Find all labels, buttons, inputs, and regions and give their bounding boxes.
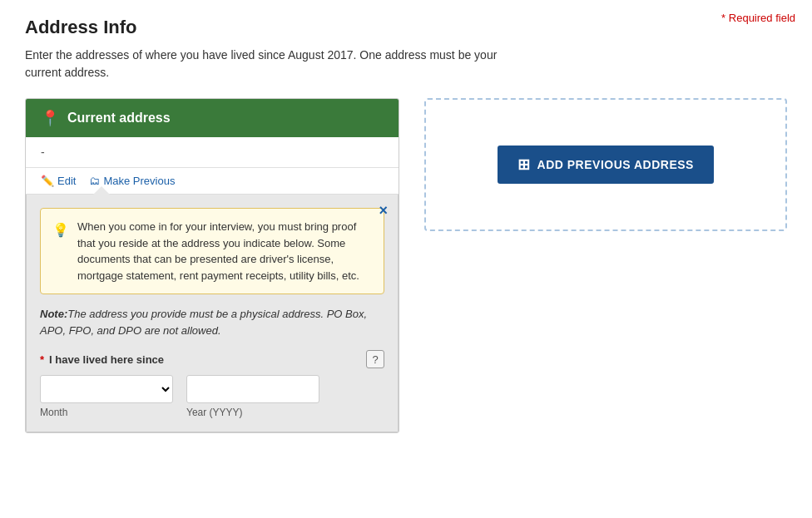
- required-star: *: [40, 353, 44, 366]
- edit-link[interactable]: ✏️ Edit: [41, 175, 76, 187]
- help-button[interactable]: ?: [366, 350, 384, 368]
- month-label: Month: [40, 407, 173, 418]
- dropdown-panel: × 💡 When you come in for your interview,…: [26, 195, 399, 432]
- edit-icon: ✏️: [41, 175, 54, 187]
- lived-since-section: *I have lived here since ? January Febru…: [40, 350, 384, 418]
- year-input[interactable]: [186, 375, 319, 403]
- make-previous-icon: 🗂: [89, 175, 100, 187]
- plus-icon: ⊞: [517, 155, 531, 174]
- make-previous-link[interactable]: 🗂 Make Previous: [89, 175, 175, 187]
- page-title: Address Info: [25, 17, 787, 38]
- bulb-icon: 💡: [52, 220, 69, 284]
- year-field: Year (YYYY): [186, 375, 319, 418]
- note-text: Note:The address you provide must be a p…: [40, 306, 384, 338]
- left-panel: 📍 Current address - ✏️ Edit: [25, 98, 399, 433]
- add-previous-address-button[interactable]: ⊞ ADD PREVIOUS ADDRESS: [498, 146, 714, 184]
- required-field-note: * Required field: [721, 12, 795, 24]
- date-fields: January February March April May June Ju…: [40, 375, 384, 418]
- add-previous-label: ADD PREVIOUS ADDRESS: [537, 158, 694, 171]
- current-address-header: 📍 Current address: [26, 99, 399, 137]
- address-card: 📍 Current address - ✏️ Edit: [25, 98, 399, 433]
- location-icon: 📍: [41, 109, 59, 127]
- page-description: Enter the addresses of where you have li…: [25, 47, 524, 81]
- info-box: 💡 When you come in for your interview, y…: [40, 208, 384, 294]
- current-address-label: Current address: [67, 111, 171, 126]
- info-box-text: When you come in for your interview, you…: [77, 219, 372, 284]
- right-panel: ⊞ ADD PREVIOUS ADDRESS: [424, 98, 787, 231]
- close-button[interactable]: ×: [379, 203, 388, 218]
- address-value: -: [26, 137, 399, 168]
- month-field: January February March April May June Ju…: [40, 375, 173, 418]
- dropdown-arrow: [93, 186, 110, 195]
- year-label: Year (YYYY): [186, 407, 319, 418]
- address-actions: ✏️ Edit 🗂 Make Previous: [26, 168, 399, 195]
- month-select[interactable]: January February March April May June Ju…: [40, 375, 173, 403]
- lived-since-label: *I have lived here since ?: [40, 350, 384, 368]
